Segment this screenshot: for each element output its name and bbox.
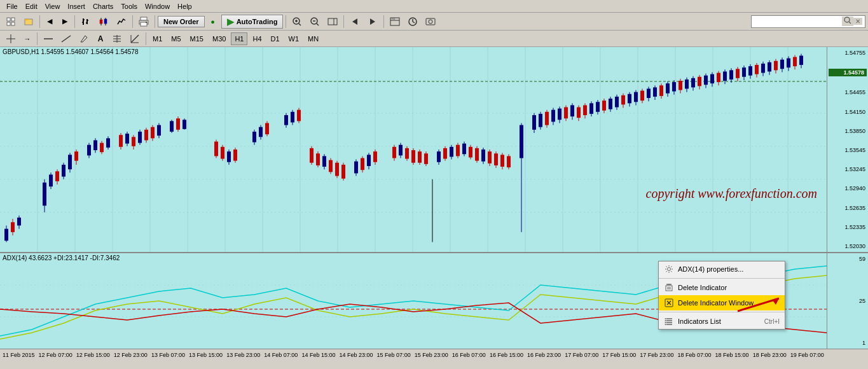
search-close-btn[interactable]: ✕ (853, 18, 862, 25)
svg-rect-98 (87, 145, 91, 156)
tf-m15[interactable]: M15 (186, 32, 207, 45)
open-btn[interactable] (20, 15, 37, 29)
toolbar-sep-4 (155, 15, 155, 28)
svg-rect-181 (443, 148, 447, 159)
svg-rect-112 (138, 132, 142, 143)
svg-rect-207 (539, 114, 542, 127)
menu-file[interactable]: File (3, 1, 22, 11)
chart-container: GBPUSD,H1 1.54595 1.54607 1.54564 1.5457… (0, 47, 868, 360)
adx-level-2: 1 (829, 340, 867, 346)
svg-rect-160 (361, 158, 364, 171)
ctx-delete-indicator-label: Delete Indicator (678, 284, 727, 291)
menu-tools[interactable]: Tools (117, 1, 141, 11)
tf-m30[interactable]: M30 (209, 32, 230, 45)
svg-rect-94 (68, 155, 72, 169)
search-box[interactable]: ✕ (751, 15, 865, 28)
menu-window[interactable]: Window (141, 1, 174, 11)
svg-rect-173 (411, 150, 415, 163)
svg-rect-201 (507, 156, 511, 167)
svg-rect-104 (106, 138, 110, 148)
zoom-in-btn[interactable] (289, 15, 305, 29)
hline-btn[interactable] (40, 32, 57, 46)
svg-rect-205 (532, 115, 536, 130)
text-tool-btn[interactable]: A (93, 32, 107, 46)
tf-mn[interactable]: MN (304, 32, 322, 45)
svg-rect-247 (666, 83, 670, 94)
gear-icon (664, 264, 674, 274)
ctx-adx-properties[interactable]: ADX(14) properties... (659, 261, 785, 277)
ctx-delete-indicator[interactable]: Delete Indicator (659, 280, 785, 295)
crosshair-btn[interactable] (3, 32, 19, 46)
zoom-out-btn[interactable] (307, 15, 323, 29)
chart-shift-btn[interactable] (324, 15, 341, 29)
tf-w1[interactable]: W1 (285, 32, 303, 45)
back-btn[interactable]: ◀ (43, 15, 57, 29)
svg-rect-175 (418, 151, 422, 163)
scroll-right-btn[interactable] (364, 15, 381, 29)
svg-rect-221 (583, 105, 587, 115)
bar-chart-btn[interactable] (78, 15, 94, 29)
new-order-btn[interactable]: New Order (158, 16, 205, 27)
new-chart-btn[interactable] (3, 15, 19, 29)
ctx-indicators-list[interactable]: Indicators List Ctrl+I (659, 314, 785, 329)
svg-rect-124 (183, 120, 186, 129)
svg-rect-249 (672, 82, 676, 92)
price-level-0: 1.54755 (829, 50, 867, 56)
menu-insert[interactable]: Insert (64, 1, 89, 11)
svg-rect-84 (17, 218, 21, 225)
svg-rect-13 (100, 20, 102, 24)
screenshot-btn[interactable] (422, 15, 439, 29)
svg-rect-271 (742, 67, 746, 77)
svg-rect-132 (233, 150, 237, 161)
svg-rect-215 (564, 108, 568, 119)
time-9: 14 Feb 23:00 (339, 352, 373, 358)
svg-line-51 (131, 35, 139, 43)
clock-btn[interactable] (404, 15, 421, 29)
autotrading-btn[interactable]: ▶ AutoTrading (221, 15, 284, 29)
print-btn[interactable] (135, 15, 152, 29)
tf-h1[interactable]: H1 (231, 32, 247, 45)
svg-rect-134 (252, 132, 256, 143)
forward-btn[interactable]: ▶ (58, 15, 72, 29)
main-chart[interactable]: GBPUSD,H1 1.54595 1.54607 1.54564 1.5457… (0, 47, 868, 253)
trendline-btn[interactable] (58, 32, 74, 46)
time-12: 16 Feb 07:00 (452, 352, 486, 358)
time-4: 13 Feb 07:00 (151, 352, 185, 358)
candle-chart-btn[interactable] (95, 15, 112, 29)
svg-marker-30 (370, 18, 375, 25)
menu-view[interactable]: View (41, 1, 64, 11)
svg-rect-27 (328, 18, 337, 25)
svg-rect-239 (640, 91, 644, 101)
angle-tool-btn[interactable] (127, 32, 143, 46)
fib-tool-btn[interactable] (109, 32, 125, 46)
tf-m5[interactable]: M5 (167, 32, 184, 45)
search-input[interactable] (754, 18, 842, 25)
arrow-tool-btn[interactable]: → (20, 32, 34, 46)
svg-rect-179 (437, 151, 441, 162)
svg-rect-279 (768, 62, 771, 72)
timeframe-template-btn[interactable]: H1 (387, 15, 403, 29)
tf-m1[interactable]: M1 (149, 32, 166, 45)
menu-charts[interactable]: Charts (89, 1, 117, 11)
tf-d1[interactable]: D1 (267, 32, 284, 45)
tf-h4[interactable]: H4 (249, 32, 265, 45)
arrow-indicator (738, 295, 789, 316)
price-level-6: 1.53245 (829, 166, 867, 172)
ea-btn[interactable]: ● (206, 15, 220, 29)
svg-rect-15 (104, 19, 107, 24)
time-0: 11 Feb 2015 (3, 352, 35, 358)
line-chart-btn[interactable] (113, 15, 130, 29)
svg-rect-199 (500, 155, 504, 167)
svg-point-310 (665, 324, 666, 325)
menu-help[interactable]: Help (174, 1, 196, 11)
svg-rect-185 (456, 145, 460, 157)
time-10: 15 Feb 07:00 (377, 352, 411, 358)
svg-rect-273 (748, 66, 752, 76)
scroll-left-btn[interactable] (347, 15, 363, 29)
draw-tool-btn[interactable] (76, 32, 92, 46)
svg-line-25 (317, 24, 319, 25)
adx-panel[interactable]: ADX(14) 43.6623 +DI:23.1417 -DI:7.3462 5… (0, 253, 868, 349)
time-11: 15 Feb 23:00 (415, 352, 448, 358)
search-btn[interactable] (842, 17, 853, 26)
menu-edit[interactable]: Edit (22, 1, 41, 11)
